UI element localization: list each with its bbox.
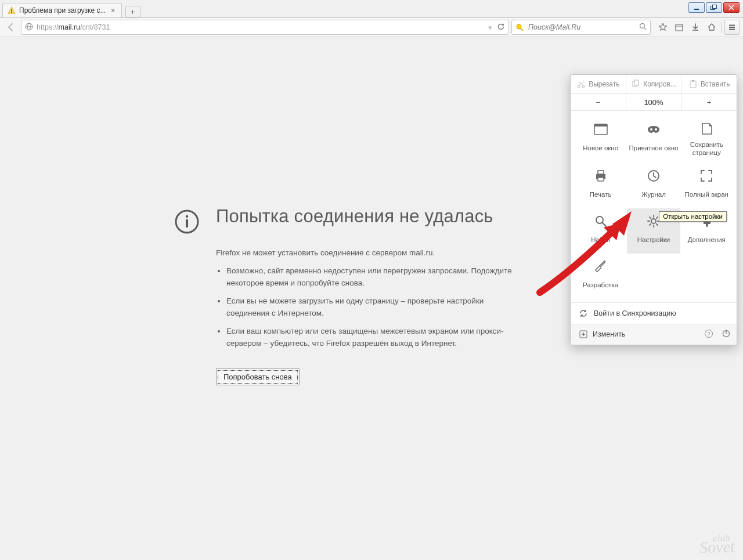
error-bullet: Возможно, сайт временно недоступен или п… xyxy=(226,265,522,290)
browser-tab[interactable]: Проблема при загрузке с... × xyxy=(2,3,122,17)
toolbar-icons xyxy=(653,20,740,35)
zoom-out-button[interactable]: − xyxy=(571,94,626,110)
page-content: Попытка соединения не удалась Firefox не… xyxy=(0,37,743,560)
menu-item-private[interactable]: Приватное окно xyxy=(627,117,680,163)
paste-icon xyxy=(688,80,698,89)
maximize-button[interactable] xyxy=(706,2,722,13)
svg-text:?: ? xyxy=(707,331,710,337)
quit-button[interactable] xyxy=(722,329,731,340)
home-icon[interactable] xyxy=(704,20,719,35)
error-bullet: Если ваш компьютер или сеть защищены меж… xyxy=(226,326,522,350)
minimize-button[interactable] xyxy=(688,2,705,13)
close-button[interactable] xyxy=(723,2,740,13)
svg-rect-31 xyxy=(598,171,604,174)
customize-button[interactable]: Изменить xyxy=(579,330,625,339)
menu-item-label: Журнал xyxy=(641,187,666,203)
globe-icon xyxy=(25,23,33,32)
paste-button[interactable]: Вставить xyxy=(681,75,737,93)
svg-rect-2 xyxy=(713,5,717,9)
svg-point-17 xyxy=(186,215,188,218)
svg-point-20 xyxy=(578,85,580,88)
svg-point-35 xyxy=(651,219,656,223)
tab-close-icon[interactable]: × xyxy=(109,6,116,15)
menu-item-label: Сохранить страницу xyxy=(681,141,732,157)
error-bullet: Если вы не можете загрузить ни одну стра… xyxy=(226,295,522,320)
svg-rect-32 xyxy=(598,178,604,181)
svg-rect-4 xyxy=(11,12,12,13)
print-icon xyxy=(593,168,609,184)
svg-point-28 xyxy=(650,128,652,131)
history-icon xyxy=(645,168,662,184)
svg-point-21 xyxy=(582,85,585,88)
svg-rect-18 xyxy=(186,219,188,227)
plus-box-icon xyxy=(579,330,588,339)
annotation-arrow xyxy=(534,200,644,298)
error-container: Попытка соединения не удалась Firefox не… xyxy=(174,205,522,385)
copy-button[interactable]: Копиров... xyxy=(626,75,682,93)
watermark: club Sovet xyxy=(699,534,735,555)
svg-rect-10 xyxy=(676,24,683,31)
help-button[interactable]: ? xyxy=(704,329,713,340)
svg-rect-23 xyxy=(634,80,639,85)
copy-icon xyxy=(631,80,640,89)
menu-item-label: Дополнения xyxy=(688,233,726,248)
svg-point-29 xyxy=(655,128,657,131)
address-bar[interactable]: https://mail.ru/cnt/8731 ▾ xyxy=(21,20,509,35)
svg-rect-27 xyxy=(594,124,607,127)
zoom-value: 100% xyxy=(626,94,682,110)
svg-rect-3 xyxy=(11,9,12,11)
window-controls xyxy=(688,2,740,13)
sync-icon xyxy=(579,309,588,318)
save-page-icon xyxy=(698,121,715,138)
svg-rect-25 xyxy=(692,80,694,82)
menu-item-label: Новое окно xyxy=(583,141,618,156)
error-bullets: Возможно, сайт временно недоступен или п… xyxy=(216,265,522,350)
svg-point-9 xyxy=(640,24,645,28)
svg-point-8 xyxy=(517,24,521,29)
menu-item-save-page[interactable]: Сохранить страницу xyxy=(680,117,733,163)
bookmark-star-icon[interactable] xyxy=(655,20,670,35)
new-tab-button[interactable]: + xyxy=(125,6,140,17)
cut-button[interactable]: Вырезать xyxy=(571,75,626,93)
back-button[interactable] xyxy=(3,20,19,35)
menu-item-new-window[interactable]: Новое окно xyxy=(574,117,627,163)
tab-strip: Проблема при загрузке с... × + xyxy=(0,0,743,17)
search-bar[interactable] xyxy=(511,20,651,35)
library-icon[interactable] xyxy=(672,20,687,35)
private-icon xyxy=(645,121,662,138)
fullscreen-icon xyxy=(698,168,715,184)
tooltip: Открыть настройки xyxy=(659,211,727,222)
error-title: Попытка соединения не удалась xyxy=(216,205,493,227)
search-go-icon[interactable] xyxy=(639,23,647,32)
zoom-in-button[interactable]: + xyxy=(681,94,737,110)
downloads-icon[interactable] xyxy=(688,20,703,35)
reader-mode-icon[interactable]: ▾ xyxy=(488,23,492,32)
new-window-icon xyxy=(593,121,609,138)
navigation-bar: https://mail.ru/cnt/8731 ▾ xyxy=(0,17,743,37)
hamburger-menu-button[interactable] xyxy=(724,20,740,35)
edit-row: Вырезать Копиров... Вставить xyxy=(571,75,737,94)
cut-icon xyxy=(576,80,586,89)
sync-signin-button[interactable]: Войти в Синхронизацию xyxy=(571,303,737,324)
svg-rect-0 xyxy=(694,9,699,10)
menu-item-label: Полный экран xyxy=(685,187,728,203)
search-engine-icon xyxy=(515,23,524,31)
tab-title: Проблема при загрузке с... xyxy=(19,6,106,15)
menu-footer: Изменить ? xyxy=(571,324,737,345)
menu-item-label: Приватное окно xyxy=(629,141,678,156)
warning-icon xyxy=(8,6,16,15)
reload-button[interactable] xyxy=(497,23,505,32)
retry-button[interactable]: Попробовать снова xyxy=(216,368,300,385)
url-text: https://mail.ru/cnt/8731 xyxy=(37,23,110,31)
info-icon xyxy=(174,209,200,234)
search-input[interactable] xyxy=(527,23,637,32)
error-subtitle: Firefox не может установить соединение с… xyxy=(216,248,522,257)
menu-item-fullscreen[interactable]: Полный экран xyxy=(680,163,733,208)
zoom-row: − 100% + xyxy=(571,94,737,111)
